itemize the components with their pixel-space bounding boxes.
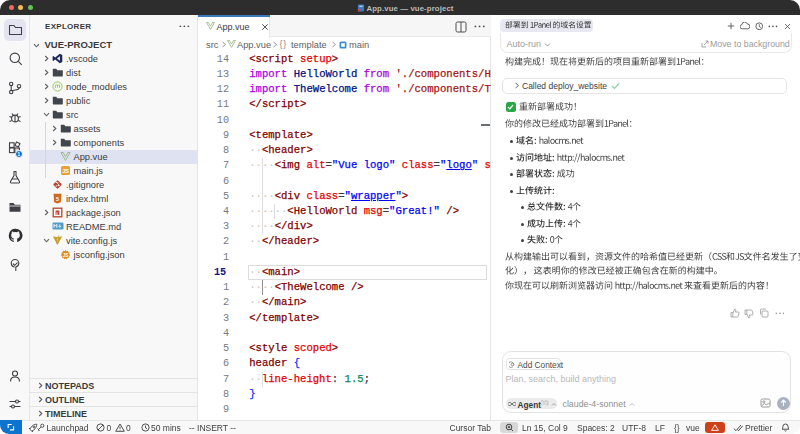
svg-text:5: 5 xyxy=(56,196,59,202)
svg-text:JS: JS xyxy=(62,253,68,258)
svg-text:JS: JS xyxy=(62,168,69,174)
